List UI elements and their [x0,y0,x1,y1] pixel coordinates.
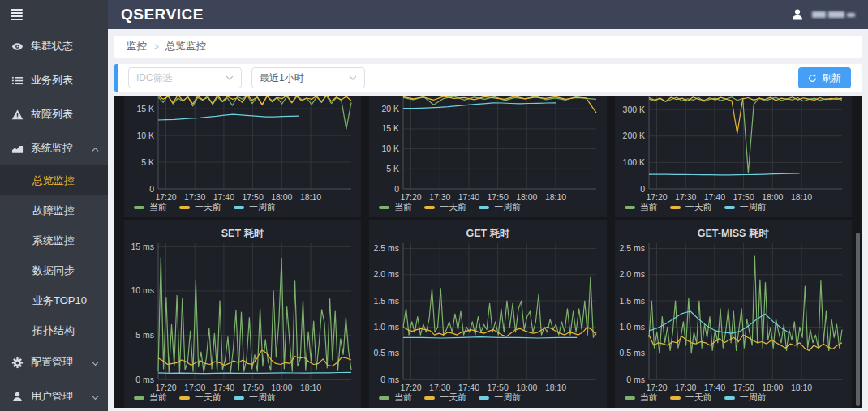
legend-label: 一周前 [740,392,767,404]
series-line-0 [403,277,596,337]
svg-text:18:10: 18:10 [545,192,566,202]
sidebar-subitem-3-3[interactable]: 数据同步 [0,255,108,285]
svg-text:15 K: 15 K [136,104,154,113]
legend-item-1[interactable]: 一天前 [179,201,221,213]
legend-label: 当前 [640,392,658,404]
legend-item-2[interactable]: 一周前 [724,201,767,213]
sidebar-item-1[interactable]: 业务列表 [0,63,108,97]
svg-text:0.5 ms: 0.5 ms [619,348,645,357]
chart-panel-4: GET 耗时17:2017:3017:4017:5018:0018:102.5 … [369,220,606,408]
legend-item-0[interactable]: 当前 [379,392,412,404]
svg-text:300 K: 300 K [622,105,644,114]
series-line-2 [158,114,299,120]
main-content: 监控>总览监控 IDC筛选 最近1小时 刷新 17:2017:3017:4017… [108,29,868,411]
series-line-2 [403,103,556,109]
chart-panel-5: GET-MISS 耗时17:2017:3017:4017:5018:0018:1… [615,220,852,408]
filter-bar: IDC筛选 最近1小时 刷新 [114,64,862,92]
legend-label: 一周前 [494,392,521,404]
series-line-1 [403,96,596,113]
legend-swatch [234,206,244,209]
chart-plot[interactable]: 17:2017:3017:4017:5018:0018:1020 K15 K10… [372,96,603,202]
legend-swatch [670,396,681,400]
svg-text:2.5 ms: 2.5 ms [374,243,400,253]
legend-item-2[interactable]: 一周前 [479,392,521,404]
legend-label: 一天前 [195,392,221,404]
legend-swatch [179,396,190,400]
sidebar-subitem-3-4[interactable]: 业务TOP10 [0,285,108,315]
chart-plot[interactable]: 17:2017:3017:4017:5018:0018:102.5 ms2.0 … [618,240,849,392]
sidebar-subitem-3-5[interactable]: 拓扑结构 [0,315,108,345]
svg-text:0: 0 [640,184,645,194]
svg-text:0 ms: 0 ms [135,375,154,384]
list-icon [11,75,24,87]
legend-swatch [424,206,435,209]
svg-text:20 K: 20 K [382,104,400,113]
svg-text:1.5 ms: 1.5 ms [619,296,645,306]
legend-item-1[interactable]: 一天前 [424,201,466,213]
legend-label: 当前 [394,392,412,404]
legend-label: 当前 [640,201,658,213]
svg-text:1.0 ms: 1.0 ms [374,322,400,332]
breadcrumb-separator: > [153,41,159,53]
legend-item-1[interactable]: 一天前 [424,392,466,404]
breadcrumb-item-1[interactable]: 总览监控 [165,40,206,54]
legend-item-1[interactable]: 一天前 [670,201,712,213]
sidebar-item-3[interactable]: 系统监控 [0,131,108,165]
user-icon[interactable] [790,7,805,22]
svg-text:100 K: 100 K [622,157,644,167]
legend-label: 当前 [394,201,412,213]
legend-label: 一天前 [440,201,466,213]
chart-title: SET 耗时 [124,220,361,240]
time-range-select[interactable]: 最近1小时 [251,67,365,88]
legend-swatch [234,396,244,400]
sidebar-item-0[interactable]: 集群状态 [0,29,108,63]
chart-plot[interactable]: 17:2017:3017:4017:5018:0018:102.5 ms2.0 … [372,240,603,392]
sidebar-subitem-3-1[interactable]: 故障监控 [0,195,108,225]
chart-legend: 当前一天前一周前 [379,201,521,213]
svg-text:15 K: 15 K [382,123,400,133]
legend-swatch [724,396,735,400]
legend-item-2[interactable]: 一周前 [724,392,767,404]
legend-item-0[interactable]: 当前 [625,392,658,404]
legend-label: 一周前 [249,201,276,213]
svg-text:5 K: 5 K [141,157,154,167]
legend-item-2[interactable]: 一周前 [234,392,276,404]
legend-swatch [424,396,435,400]
series-line-2 [649,173,800,175]
sidebar-item-2[interactable]: 故障列表 [0,97,108,131]
charts-grid: 17:2017:3017:4017:5018:0018:1015 K10 K5 … [124,96,852,408]
sidebar-item-4[interactable]: 配置管理 [0,345,108,379]
chart-plot[interactable]: 17:2017:3017:4017:5018:0018:10300 K200 K… [618,96,849,202]
chart-plot[interactable]: 17:2017:3017:4017:5018:0018:1015 K10 K5 … [127,96,358,202]
sidebar-subitem-3-0-active[interactable]: 总览监控 [0,165,108,195]
sidebar-item-5[interactable]: 用户管理 [0,379,108,411]
sidebar-item-label: 故障列表 [31,107,73,122]
sidebar-item-label: 用户管理 [31,389,73,404]
svg-text:18:10: 18:10 [300,383,321,392]
breadcrumb-item-0[interactable]: 监控 [127,40,147,54]
legend-item-0[interactable]: 当前 [625,201,658,213]
legend-item-1[interactable]: 一天前 [670,392,712,404]
legend-item-2[interactable]: 一周前 [234,201,276,213]
legend-swatch [134,396,144,400]
legend-swatch [134,206,144,209]
sidebar: 集群状态业务列表故障列表系统监控总览监控故障监控系统监控数据同步业务TOP10拓… [0,0,108,411]
refresh-button[interactable]: 刷新 [798,67,851,88]
chart-area: 17:2017:3017:4017:5018:0018:1020 K15 K10… [372,96,603,202]
user-name-redacted[interactable] [812,11,855,18]
legend-swatch [379,206,389,209]
sidebar-subitem-3-2[interactable]: 系统监控 [0,225,108,255]
svg-text:0: 0 [149,184,154,194]
idc-filter-select[interactable]: IDC筛选 [128,67,242,88]
svg-text:1.0 ms: 1.0 ms [619,322,645,332]
series-line-0 [649,256,842,353]
chart-plot[interactable]: 17:2017:3017:4017:5018:0018:1015 ms10 ms… [127,240,358,392]
legend-item-0[interactable]: 当前 [379,201,412,213]
legend-item-1[interactable]: 一天前 [179,392,221,404]
menu-toggle-icon[interactable] [11,9,23,20]
legend-item-0[interactable]: 当前 [134,201,167,213]
scrollbar-thumb[interactable] [856,233,860,406]
legend-item-0[interactable]: 当前 [134,392,167,404]
legend-item-2[interactable]: 一周前 [479,201,521,213]
svg-text:18:10: 18:10 [300,192,321,202]
